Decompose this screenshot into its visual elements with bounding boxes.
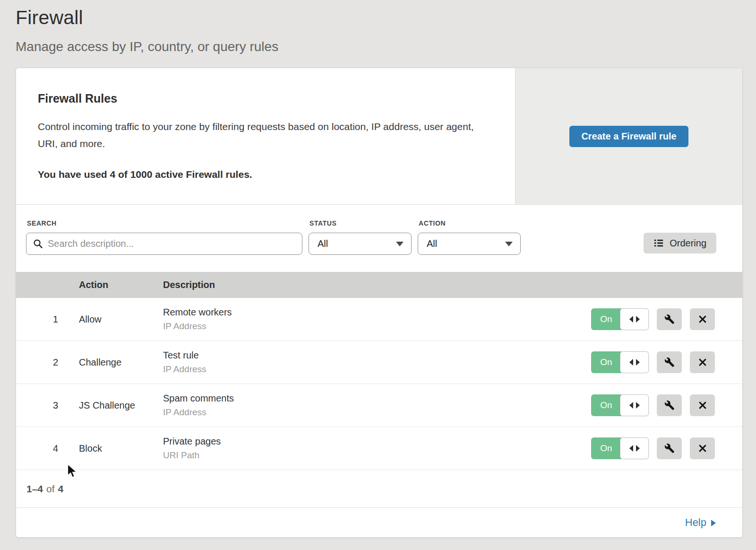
edit-rule-button[interactable] [657, 351, 682, 373]
toggle-knob[interactable] [620, 351, 649, 373]
rule-description-cell: Remote workers IP Address [163, 307, 590, 332]
table-row: 3 JS Challenge Spam comments IP Address … [16, 384, 742, 427]
action-filter-group: ACTION All [418, 215, 521, 255]
toggle-on-label: On [591, 437, 621, 459]
rule-description-cell: Private pages URI Path [163, 436, 590, 461]
close-icon [698, 358, 707, 367]
rule-description: Test rule [163, 350, 590, 361]
caret-right-icon [636, 402, 640, 409]
search-filter-group: SEARCH [26, 215, 302, 255]
delete-rule-button[interactable] [690, 351, 715, 373]
toggle-knob[interactable] [620, 394, 649, 416]
pagination-of: of [46, 483, 55, 495]
caret-right-icon [636, 359, 640, 366]
usage-summary: You have used 4 of 1000 active Firewall … [38, 169, 492, 180]
caret-left-icon [629, 316, 633, 323]
wrench-icon [664, 314, 675, 324]
toggle-knob[interactable] [620, 437, 649, 459]
page-header: Firewall Manage access by IP, country, o… [0, 0, 756, 54]
ordering-button[interactable]: Ordering [644, 233, 716, 253]
rule-action: Allow [79, 314, 163, 325]
chevron-right-icon [711, 520, 716, 526]
action-label: ACTION [419, 219, 521, 227]
table-row: 4 Block Private pages URI Path On [16, 427, 742, 470]
filter-bar: SEARCH STATUS All ACTION [16, 205, 742, 272]
rule-description-cell: Spam comments IP Address [163, 393, 590, 418]
chevron-down-icon [505, 242, 513, 246]
wrench-icon [664, 400, 675, 410]
delete-rule-button[interactable] [690, 437, 715, 459]
caret-left-icon [629, 402, 633, 409]
pagination-range: 1–4 [26, 483, 43, 495]
rule-action: JS Challenge [79, 400, 163, 411]
action-selected-value: All [427, 238, 437, 249]
status-select[interactable]: All [309, 233, 412, 255]
pagination-total: 4 [58, 483, 64, 495]
wrench-icon [664, 357, 675, 367]
help-row: Help [16, 508, 742, 537]
rule-description: Private pages [163, 436, 590, 447]
firewall-rules-card: Firewall Rules Control incoming traffic … [16, 68, 743, 538]
help-link-label: Help [685, 516, 706, 529]
caret-left-icon [629, 445, 633, 452]
rule-priority: 2 [16, 357, 79, 368]
rule-controls: On [590, 308, 742, 330]
close-icon [698, 444, 707, 453]
edit-rule-button[interactable] [657, 308, 682, 330]
action-column-header: Action [79, 279, 163, 290]
table-row: 1 Allow Remote workers IP Address On [16, 298, 742, 341]
ordering-button-label: Ordering [670, 238, 706, 249]
rule-description-cell: Test rule IP Address [163, 350, 590, 375]
caret-left-icon [629, 359, 633, 366]
rule-field: IP Address [163, 407, 590, 418]
search-input[interactable] [48, 238, 295, 249]
table-header: Action Description [16, 272, 742, 298]
intro-text-panel: Firewall Rules Control incoming traffic … [16, 68, 515, 204]
status-selected-value: All [318, 238, 328, 249]
toggle-on-label: On [591, 308, 621, 330]
delete-rule-button[interactable] [690, 308, 715, 330]
page-title: Firewall [16, 7, 756, 29]
intro-section: Firewall Rules Control incoming traffic … [16, 68, 742, 205]
table-row: 2 Challenge Test rule IP Address On [16, 341, 742, 384]
rule-controls: On [590, 351, 742, 373]
rule-field: IP Address [163, 321, 590, 332]
rule-action: Block [79, 443, 163, 454]
rule-description: Spam comments [163, 393, 590, 404]
create-firewall-rule-button[interactable]: Create a Firewall rule [569, 126, 688, 147]
create-rule-panel: Create a Firewall rule [515, 68, 742, 204]
close-icon [698, 401, 707, 410]
page-subtitle: Manage access by IP, country, or query r… [16, 39, 756, 54]
status-filter-group: STATUS All [309, 215, 412, 255]
edit-rule-button[interactable] [657, 437, 682, 459]
section-description: Control incoming traffic to your zone by… [38, 118, 487, 152]
toggle-knob[interactable] [620, 308, 649, 330]
search-box[interactable] [26, 233, 302, 255]
delete-rule-button[interactable] [690, 394, 715, 416]
help-link[interactable]: Help [685, 516, 716, 529]
toggle-on-label: On [591, 394, 621, 416]
toggle-on-label: On [591, 351, 621, 373]
caret-right-icon [636, 316, 640, 323]
caret-right-icon [636, 445, 640, 452]
wrench-icon [664, 443, 675, 454]
chevron-down-icon [396, 242, 404, 246]
rule-field: URI Path [163, 450, 590, 461]
pagination: 1–4 of 4 [16, 470, 742, 508]
close-icon [698, 314, 707, 324]
rule-controls: On [590, 437, 742, 459]
rule-enabled-toggle[interactable]: On [591, 308, 649, 330]
rule-enabled-toggle[interactable]: On [591, 437, 649, 459]
rule-enabled-toggle[interactable]: On [591, 351, 649, 373]
rule-enabled-toggle[interactable]: On [591, 394, 649, 416]
rule-priority: 4 [16, 443, 79, 454]
action-select[interactable]: All [418, 233, 521, 255]
status-label: STATUS [309, 219, 412, 227]
firewall-page: Firewall Manage access by IP, country, o… [0, 0, 756, 550]
rule-priority: 3 [16, 400, 79, 411]
edit-rule-button[interactable] [657, 394, 682, 416]
rule-description: Remote workers [163, 307, 590, 318]
ordering-list-icon [653, 238, 664, 248]
rule-priority: 1 [16, 314, 79, 325]
section-title: Firewall Rules [38, 92, 492, 105]
